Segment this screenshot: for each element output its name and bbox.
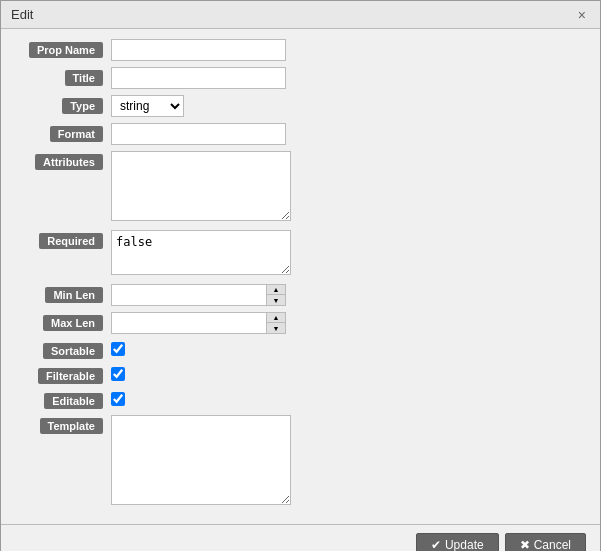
sortable-row: Sortable	[21, 340, 580, 359]
min-len-input[interactable]	[111, 284, 267, 306]
close-button[interactable]: ×	[574, 8, 590, 22]
title-label: Title	[65, 70, 103, 86]
min-len-spinner: ▲ ▼	[111, 284, 286, 306]
editable-label: Editable	[44, 393, 103, 409]
filterable-row: Filterable	[21, 365, 580, 384]
max-len-up-button[interactable]: ▲	[267, 313, 285, 323]
template-row: Template	[21, 415, 580, 508]
required-row: Required false	[21, 230, 580, 278]
sortable-checkbox[interactable]	[111, 342, 125, 356]
update-button[interactable]: ✔ Update	[416, 533, 499, 551]
template-textarea[interactable]	[111, 415, 291, 505]
max-len-spinner: ▲ ▼	[111, 312, 286, 334]
format-label: Format	[50, 126, 103, 142]
type-row: Type string number boolean array object	[21, 95, 580, 117]
sortable-label: Sortable	[43, 343, 103, 359]
type-label: Type	[62, 98, 103, 114]
format-input[interactable]	[111, 123, 286, 145]
filterable-label: Filterable	[38, 368, 103, 384]
attributes-textarea[interactable]	[111, 151, 291, 221]
dialog-body: Prop Name Title Type string number	[1, 29, 600, 524]
template-label: Template	[40, 418, 103, 434]
attributes-label: Attributes	[35, 154, 103, 170]
cancel-button[interactable]: ✖ Cancel	[505, 533, 586, 551]
prop-name-input[interactable]	[111, 39, 286, 61]
editable-checkbox[interactable]	[111, 392, 125, 406]
filterable-checkbox[interactable]	[111, 367, 125, 381]
dialog-title: Edit	[11, 7, 33, 22]
required-textarea[interactable]: false	[111, 230, 291, 275]
update-label: Update	[445, 538, 484, 551]
title-row: Title	[21, 67, 580, 89]
max-len-label: Max Len	[43, 315, 103, 331]
required-label: Required	[39, 233, 103, 249]
cancel-icon: ✖	[520, 538, 530, 551]
type-select[interactable]: string number boolean array object	[111, 95, 184, 117]
editable-row: Editable	[21, 390, 580, 409]
title-input[interactable]	[111, 67, 286, 89]
max-len-input[interactable]	[111, 312, 267, 334]
max-len-down-button[interactable]: ▼	[267, 323, 285, 333]
min-len-label: Min Len	[45, 287, 103, 303]
prop-name-label: Prop Name	[29, 42, 103, 58]
format-row: Format	[21, 123, 580, 145]
attributes-row: Attributes	[21, 151, 580, 224]
edit-dialog: Edit × Prop Name Title Type	[0, 0, 601, 551]
dialog-footer: ✔ Update ✖ Cancel	[1, 524, 600, 551]
min-len-up-button[interactable]: ▲	[267, 285, 285, 295]
update-icon: ✔	[431, 538, 441, 551]
min-len-row: Min Len ▲ ▼	[21, 284, 580, 306]
cancel-label: Cancel	[534, 538, 571, 551]
min-len-down-button[interactable]: ▼	[267, 295, 285, 305]
max-len-row: Max Len ▲ ▼	[21, 312, 580, 334]
dialog-titlebar: Edit ×	[1, 1, 600, 29]
prop-name-row: Prop Name	[21, 39, 580, 61]
